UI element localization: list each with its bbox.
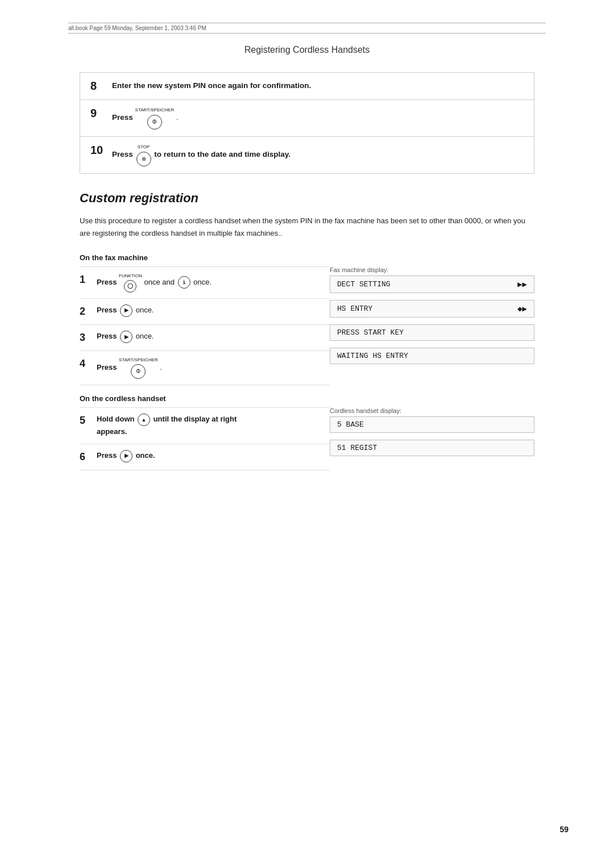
step-1-num: 1 (80, 273, 93, 287)
step-6-text: Press ▶ once. (97, 450, 330, 462)
start-speicher-btn-9: Φ (147, 115, 162, 130)
fax-display-column: Fax machine display: DECT SETTING ▶▶ HS … (330, 266, 534, 385)
display-waiting-hs: WAITING HS ENTRY (330, 348, 534, 364)
stop-btn-10: ⊗ (136, 152, 151, 166)
fax-machine-steps-table: 1 Press FUNKTION ◯ once and 1 (80, 266, 534, 385)
display-51-regist: 51 REGIST (330, 440, 534, 456)
fax-step-4: 4 Press START/SPEICHER Φ . (80, 351, 330, 385)
step-9-suffix: . (176, 113, 179, 122)
file-info: all.book Page 59 Monday, September 1, 20… (68, 23, 546, 34)
page-number: 59 (559, 825, 569, 834)
display-dect-setting: DECT SETTING ▶▶ (330, 276, 534, 293)
custom-registration-section: Custom registration Use this procedure t… (80, 191, 534, 470)
handset-section: On the cordless handset 5 Hold down ▲ un… (80, 394, 534, 470)
up-arrow-btn: ▲ (138, 414, 150, 426)
one-btn: 1 (178, 276, 190, 289)
handset-display-label: Cordless handset display: (330, 407, 534, 414)
fax-steps-column: 1 Press FUNKTION ◯ once and 1 (80, 266, 330, 385)
top-instruction-box: 8 Enter the new system PIN once again fo… (80, 72, 534, 174)
display-press-start: PRESS START KEY (330, 324, 534, 341)
start-speicher-label-9: START/SPEICHER (135, 107, 175, 114)
step-2-text: Press ▶ once. (97, 304, 330, 317)
fax-step-2: 2 Press ▶ once. (80, 299, 330, 325)
arrow-right-btn-3: ▶ (120, 331, 132, 343)
step-1-text: Press FUNKTION ◯ once and 1 once. (97, 273, 330, 293)
step-8-row: 8 Enter the new system PIN once again fo… (80, 73, 534, 100)
step-10-press: Press (112, 150, 135, 158)
hs-arrow: ◆▶ (517, 304, 527, 314)
step-8-content: Enter the new system PIN once again for … (112, 80, 524, 92)
handset-steps-column: 5 Hold down ▲ until the display at right… (80, 407, 330, 470)
handset-steps-table: 5 Hold down ▲ until the display at right… (80, 407, 534, 470)
step-9-row: 9 Press START/SPEICHER Φ . (80, 100, 534, 137)
step-8-text: Enter the new system PIN once again for … (112, 81, 311, 90)
start-speicher-btn-4: Φ (131, 364, 146, 379)
right-arrow-btn-6: ▶ (120, 450, 132, 462)
handset-step-6: 6 Press ▶ once. (80, 444, 330, 470)
step-9-number: 9 (90, 107, 106, 120)
step-5-text: Hold down ▲ until the display at rightap… (97, 414, 330, 438)
step-9-press-label: Press (112, 113, 135, 122)
handset-label: On the cordless handset (80, 394, 534, 403)
fax-step-3: 3 Press ▶ once. (80, 325, 330, 351)
fax-step-1: 1 Press FUNKTION ◯ once and 1 (80, 266, 330, 299)
step-4-text: Press START/SPEICHER Φ . (97, 357, 330, 379)
step-6-num: 6 (80, 450, 93, 464)
step-10-number: 10 (90, 144, 106, 157)
step-10-row: 10 Press STOP ⊗ to return to the date an… (80, 137, 534, 173)
display-hs-entry: HS ENTRY ◆▶ (330, 300, 534, 318)
page-title: Registering Cordless Handsets (34, 45, 580, 55)
step-3-text: Press ▶ once. (97, 331, 330, 343)
fax-display-label: Fax machine display: (330, 266, 534, 273)
step-5-num: 5 (80, 414, 93, 428)
dect-arrow: ▶▶ (517, 279, 527, 289)
step-8-number: 8 (90, 80, 106, 93)
step-10-suffix: to return to the date and time display. (154, 150, 291, 158)
handset-display-column: Cordless handset display: 5 BASE 51 REGI… (330, 407, 534, 470)
stop-label-10: STOP (135, 144, 152, 151)
step-4-num: 4 (80, 357, 93, 371)
step-2-num: 2 (80, 304, 93, 319)
handset-step-5: 5 Hold down ▲ until the display at right… (80, 407, 330, 444)
once-and-text: once and (144, 278, 177, 286)
custom-registration-description: Use this procedure to register a cordles… (80, 215, 534, 240)
fax-machine-label: On the fax machine (80, 253, 534, 262)
step-10-content: Press STOP ⊗ to return to the date and t… (112, 144, 524, 166)
custom-registration-title: Custom registration (80, 191, 534, 206)
fax-machine-section: On the fax machine 1 Press FUNKTION (80, 253, 534, 385)
step-3-num: 3 (80, 331, 93, 345)
display-5-base: 5 BASE (330, 416, 534, 433)
arrow-right-btn-2: ▶ (120, 304, 132, 317)
step-9-content: Press START/SPEICHER Φ . (112, 107, 524, 130)
funktion-btn: ◯ (124, 280, 136, 293)
